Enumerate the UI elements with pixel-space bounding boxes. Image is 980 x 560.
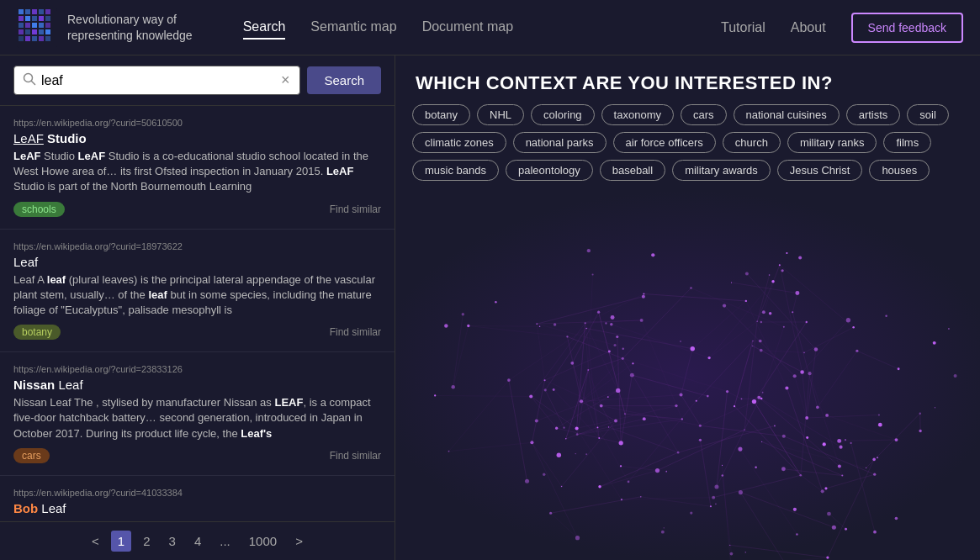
clear-button[interactable]: × bbox=[279, 71, 292, 89]
svg-point-343 bbox=[607, 396, 609, 398]
svg-point-308 bbox=[564, 427, 565, 429]
context-tag-national-cuisines[interactable]: national cuisines bbox=[734, 104, 840, 125]
svg-point-273 bbox=[451, 385, 455, 389]
svg-point-281 bbox=[561, 486, 563, 488]
context-tag-soil[interactable]: soil bbox=[907, 104, 949, 125]
svg-rect-3 bbox=[32, 9, 37, 14]
svg-rect-16 bbox=[19, 29, 24, 34]
context-tag-coloring[interactable]: coloring bbox=[531, 104, 595, 125]
page-2-button[interactable]: 2 bbox=[136, 531, 156, 552]
page-3-button[interactable]: 3 bbox=[162, 531, 183, 552]
right-panel: WHICH CONTEXT ARE YOU INTERESTED IN? bot… bbox=[395, 55, 980, 560]
context-tag-botany[interactable]: botany bbox=[412, 104, 470, 125]
svg-point-197 bbox=[734, 405, 735, 407]
svg-point-358 bbox=[434, 394, 436, 396]
result-url: https://en.wikipedia.org/?curid=50610500 bbox=[13, 118, 381, 128]
svg-point-256 bbox=[738, 447, 742, 452]
context-tag-climatic-zones[interactable]: climatic zones bbox=[412, 132, 506, 153]
result-title: Bob Leaf bbox=[13, 501, 381, 515]
svg-point-324 bbox=[707, 395, 709, 398]
svg-point-341 bbox=[664, 527, 665, 528]
result-tag[interactable]: schools bbox=[13, 202, 65, 217]
svg-point-289 bbox=[640, 319, 644, 322]
svg-point-246 bbox=[741, 398, 743, 399]
result-tag[interactable]: cars bbox=[13, 448, 50, 463]
context-tag-cars[interactable]: cars bbox=[681, 104, 727, 125]
svg-point-325 bbox=[755, 466, 757, 468]
svg-point-239 bbox=[585, 328, 586, 329]
page-4-button[interactable]: 4 bbox=[188, 531, 208, 552]
prev-page-button[interactable]: < bbox=[85, 531, 106, 552]
network-visualization[interactable] bbox=[395, 191, 980, 560]
context-tag-baseball[interactable]: baseball bbox=[600, 160, 665, 181]
context-tag-jesus-christ[interactable]: Jesus Christ bbox=[777, 160, 863, 181]
page-1-button[interactable]: 1 bbox=[111, 531, 131, 552]
svg-point-187 bbox=[825, 414, 829, 417]
feedback-button[interactable]: Send feedback bbox=[851, 13, 963, 43]
context-tag-military-ranks[interactable]: military ranks bbox=[787, 132, 877, 153]
svg-point-225 bbox=[808, 372, 811, 375]
svg-point-203 bbox=[610, 323, 612, 325]
svg-line-27 bbox=[32, 81, 35, 84]
svg-point-297 bbox=[681, 418, 683, 420]
svg-point-322 bbox=[710, 505, 712, 507]
svg-rect-21 bbox=[19, 36, 24, 41]
svg-rect-4 bbox=[39, 9, 44, 14]
nav-link-tutorial[interactable]: Tutorial bbox=[721, 20, 765, 35]
result-item: https://en.wikipedia.org/?curid=50610500… bbox=[0, 106, 395, 230]
svg-point-304 bbox=[605, 322, 607, 324]
find-similar-link[interactable]: Find similar bbox=[330, 326, 381, 338]
result-tag[interactable]: botany bbox=[13, 325, 61, 340]
svg-point-223 bbox=[462, 313, 464, 315]
svg-point-314 bbox=[798, 256, 802, 260]
svg-point-242 bbox=[845, 439, 846, 441]
context-tag-air-force-officers[interactable]: air force officers bbox=[613, 132, 716, 153]
svg-point-345 bbox=[933, 341, 936, 345]
result-url: https://en.wikipedia.org/?curid=41033384 bbox=[13, 488, 381, 498]
context-tag-church[interactable]: church bbox=[723, 132, 781, 153]
context-tag-films[interactable]: films bbox=[883, 132, 931, 153]
context-tag-national-parks[interactable]: national parks bbox=[513, 132, 607, 153]
svg-point-229 bbox=[762, 310, 765, 314]
context-tag-music-bands[interactable]: music bands bbox=[412, 160, 499, 181]
svg-rect-2 bbox=[25, 9, 30, 14]
svg-point-264 bbox=[726, 390, 728, 393]
context-tag-houses[interactable]: houses bbox=[869, 160, 930, 181]
svg-point-277 bbox=[793, 508, 797, 511]
find-similar-link[interactable]: Find similar bbox=[330, 450, 381, 462]
svg-point-270 bbox=[760, 398, 763, 400]
svg-rect-12 bbox=[25, 23, 30, 28]
title-bob: Bob bbox=[13, 501, 38, 515]
search-input[interactable] bbox=[41, 73, 279, 88]
context-tag-military-awards[interactable]: military awards bbox=[672, 160, 771, 181]
svg-point-271 bbox=[543, 473, 545, 476]
context-tag-paleontology[interactable]: paleontology bbox=[506, 160, 593, 181]
result-item: https://en.wikipedia.org/?curid=41033384… bbox=[0, 476, 395, 521]
context-tag-nhl[interactable]: NHL bbox=[477, 104, 524, 125]
svg-point-196 bbox=[549, 512, 552, 515]
svg-rect-18 bbox=[32, 29, 37, 34]
svg-point-218 bbox=[555, 427, 558, 430]
nav-tab-semantic[interactable]: Semantic map bbox=[310, 16, 396, 40]
context-tag-taxonomy[interactable]: taxonomy bbox=[601, 104, 674, 125]
svg-point-359 bbox=[745, 272, 749, 276]
svg-point-361 bbox=[677, 452, 680, 454]
svg-point-340 bbox=[785, 386, 788, 389]
svg-rect-8 bbox=[32, 16, 37, 21]
context-tag-artists[interactable]: artists bbox=[846, 104, 901, 125]
svg-point-328 bbox=[570, 362, 574, 365]
svg-point-309 bbox=[731, 282, 732, 283]
svg-rect-20 bbox=[45, 29, 50, 34]
result-item: https://en.wikipedia.org/?curid=23833126… bbox=[0, 352, 395, 476]
svg-point-193 bbox=[566, 335, 568, 337]
next-page-button[interactable]: > bbox=[289, 531, 310, 552]
search-button[interactable]: Search bbox=[307, 66, 381, 94]
nav-tab-search[interactable]: Search bbox=[243, 16, 286, 40]
svg-point-283 bbox=[507, 378, 511, 382]
nav-link-about[interactable]: About bbox=[791, 20, 826, 35]
nav-tab-document[interactable]: Document map bbox=[422, 16, 514, 40]
page-1000-button[interactable]: 1000 bbox=[242, 531, 283, 552]
find-similar-link[interactable]: Find similar bbox=[330, 203, 381, 215]
svg-point-306 bbox=[598, 437, 600, 439]
svg-point-234 bbox=[762, 392, 764, 394]
